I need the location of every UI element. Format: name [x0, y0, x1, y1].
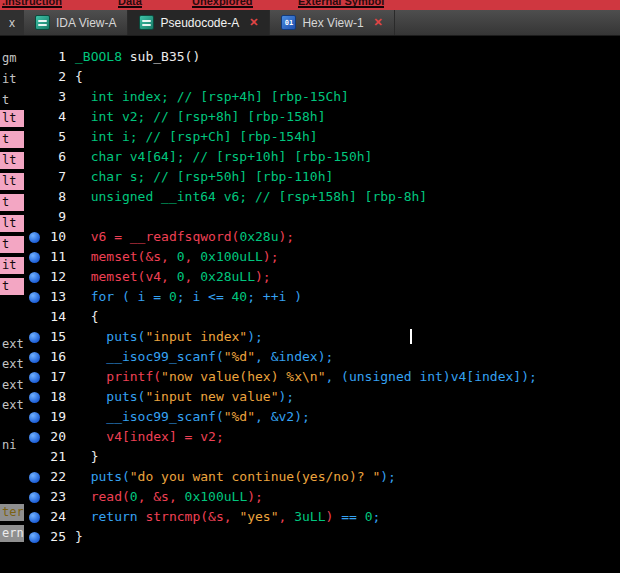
navigation-band[interactable]: .instruction Data Unexplored External Sy… [0, 0, 620, 10]
breakpoint-gutter[interactable] [24, 47, 44, 67]
breakpoint-dot[interactable] [24, 427, 44, 447]
breakpoint-icon[interactable] [29, 292, 40, 303]
code-text[interactable]: puts("do you want continue(yes/no)? "); [75, 467, 396, 487]
line-number: 1 [44, 47, 66, 67]
code-line[interactable]: 10 v6 = __readfsqword(0x28u); [24, 227, 620, 247]
breakpoint-gutter[interactable] [24, 87, 44, 107]
code-text[interactable]: unsigned __int64 v6; // [rsp+158h] [rbp-… [75, 187, 427, 207]
breakpoint-icon[interactable] [29, 372, 40, 383]
code-line[interactable]: 9 [24, 207, 620, 227]
breakpoint-dot[interactable] [24, 227, 44, 247]
code-text[interactable]: for ( i = 0; i <= 40; ++i ) [75, 287, 302, 307]
breakpoint-icon[interactable] [29, 232, 40, 243]
breakpoint-icon[interactable] [29, 412, 40, 423]
breakpoint-gutter[interactable] [24, 127, 44, 147]
breakpoint-dot[interactable] [24, 407, 44, 427]
code-text[interactable]: { [75, 307, 98, 327]
breakpoint-gutter[interactable] [24, 107, 44, 127]
code-line[interactable]: 7 char s; // [rsp+50h] [rbp-110h] [24, 167, 620, 187]
code-text[interactable]: int index; // [rsp+4h] [rbp-15Ch] [75, 87, 349, 107]
breakpoint-icon[interactable] [29, 352, 40, 363]
breakpoint-icon[interactable] [29, 252, 40, 263]
pseudocode-view[interactable]: 1_BOOL8 sub_B35()2{3 int index; // [rsp+… [0, 36, 620, 573]
tab-ida-view[interactable]: IDA View-A [24, 10, 128, 35]
code-line[interactable]: 19 __isoc99_scanf("%d", &v2); [24, 407, 620, 427]
code-line[interactable]: 14 { [24, 307, 620, 327]
code-line[interactable]: 13 for ( i = 0; i <= 40; ++i ) [24, 287, 620, 307]
line-number: 25 [44, 527, 66, 547]
code-text[interactable]: v4[index] = v2; [75, 427, 224, 447]
breakpoint-icon[interactable] [29, 392, 40, 403]
code-text[interactable]: int i; // [rsp+Ch] [rbp-154h] [75, 127, 318, 147]
tab-pseudocode[interactable]: Pseudocode-A ✕ [128, 10, 270, 35]
code-line[interactable]: 15 puts("input index"); [24, 327, 620, 347]
code-text[interactable]: v6 = __readfsqword(0x28u); [75, 227, 294, 247]
code-text[interactable]: __isoc99_scanf("%d", &index); [75, 347, 333, 367]
breakpoint-dot[interactable] [24, 507, 44, 527]
breakpoint-dot[interactable] [24, 347, 44, 367]
code-line[interactable]: 18 puts("input new value"); [24, 387, 620, 407]
code-line[interactable]: 20 v4[index] = v2; [24, 427, 620, 447]
code-line[interactable]: 8 unsigned __int64 v6; // [rsp+158h] [rb… [24, 187, 620, 207]
code-text[interactable]: memset(&s, 0, 0x100uLL); [75, 247, 279, 267]
code-area[interactable]: 1_BOOL8 sub_B35()2{3 int index; // [rsp+… [24, 47, 620, 547]
code-text[interactable]: printf("now value(hex) %x\n", (unsigned … [75, 367, 537, 387]
breakpoint-gutter[interactable] [24, 167, 44, 187]
tab-hex-view[interactable]: 01 Hex View-1 ✕ [270, 10, 394, 35]
code-text[interactable]: puts("input new value"); [75, 387, 294, 407]
breakpoint-dot[interactable] [24, 247, 44, 267]
breakpoint-icon[interactable] [29, 472, 40, 483]
code-line[interactable]: 16 __isoc99_scanf("%d", &index); [24, 347, 620, 367]
breakpoint-icon[interactable] [29, 532, 40, 543]
breakpoint-icon[interactable] [29, 512, 40, 523]
code-text[interactable]: read(0, &s, 0x100uLL); [75, 487, 263, 507]
code-text[interactable]: } [75, 527, 83, 547]
code-text[interactable]: memset(v4, 0, 0x28uLL); [75, 267, 271, 287]
code-line[interactable]: 22 puts("do you want continue(yes/no)? "… [24, 467, 620, 487]
breakpoint-dot[interactable] [24, 527, 44, 547]
code-line[interactable]: 6 char v4[64]; // [rsp+10h] [rbp-150h] [24, 147, 620, 167]
breakpoint-icon[interactable] [29, 492, 40, 503]
code-line[interactable]: 23 read(0, &s, 0x100uLL); [24, 487, 620, 507]
code-line[interactable]: 4 int v2; // [rsp+8h] [rbp-158h] [24, 107, 620, 127]
code-text[interactable]: char v4[64]; // [rsp+10h] [rbp-150h] [75, 147, 372, 167]
code-text[interactable]: int v2; // [rsp+8h] [rbp-158h] [75, 107, 325, 127]
code-line[interactable]: 11 memset(&s, 0, 0x100uLL); [24, 247, 620, 267]
close-tab-icon[interactable]: ✕ [374, 16, 383, 29]
breakpoint-icon[interactable] [29, 272, 40, 283]
code-line[interactable]: 21 } [24, 447, 620, 467]
code-line[interactable]: 1_BOOL8 sub_B35() [24, 47, 620, 67]
code-text[interactable]: _BOOL8 sub_B35() [75, 47, 200, 67]
code-line[interactable]: 12 memset(v4, 0, 0x28uLL); [24, 267, 620, 287]
code-text[interactable]: __isoc99_scanf("%d", &v2); [75, 407, 310, 427]
code-line[interactable]: 24 return strncmp(&s, "yes", 3uLL) == 0; [24, 507, 620, 527]
code-text[interactable]: char s; // [rsp+50h] [rbp-110h] [75, 167, 333, 187]
breakpoint-gutter[interactable] [24, 207, 44, 227]
breakpoint-gutter[interactable] [24, 67, 44, 87]
breakpoint-dot[interactable] [24, 287, 44, 307]
close-tab-icon[interactable]: ✕ [249, 16, 258, 29]
code-line[interactable]: 5 int i; // [rsp+Ch] [rbp-154h] [24, 127, 620, 147]
panel-close-button[interactable]: x [0, 10, 24, 35]
breakpoint-gutter[interactable] [24, 447, 44, 467]
code-text[interactable]: } [75, 447, 98, 467]
breakpoint-dot[interactable] [24, 387, 44, 407]
breakpoint-icon[interactable] [29, 432, 40, 443]
breakpoint-icon[interactable] [29, 332, 40, 343]
breakpoint-gutter[interactable] [24, 147, 44, 167]
code-text[interactable]: puts("input index"); [75, 327, 263, 347]
code-line[interactable]: 25} [24, 527, 620, 547]
code-text[interactable]: return strncmp(&s, "yes", 3uLL) == 0; [75, 507, 380, 527]
line-number: 2 [44, 67, 66, 87]
breakpoint-dot[interactable] [24, 267, 44, 287]
breakpoint-dot[interactable] [24, 467, 44, 487]
breakpoint-dot[interactable] [24, 367, 44, 387]
breakpoint-dot[interactable] [24, 327, 44, 347]
code-line[interactable]: 17 printf("now value(hex) %x\n", (unsign… [24, 367, 620, 387]
code-line[interactable]: 3 int index; // [rsp+4h] [rbp-15Ch] [24, 87, 620, 107]
code-line[interactable]: 2{ [24, 67, 620, 87]
code-text[interactable]: { [75, 67, 83, 87]
breakpoint-gutter[interactable] [24, 307, 44, 327]
breakpoint-dot[interactable] [24, 487, 44, 507]
breakpoint-gutter[interactable] [24, 187, 44, 207]
